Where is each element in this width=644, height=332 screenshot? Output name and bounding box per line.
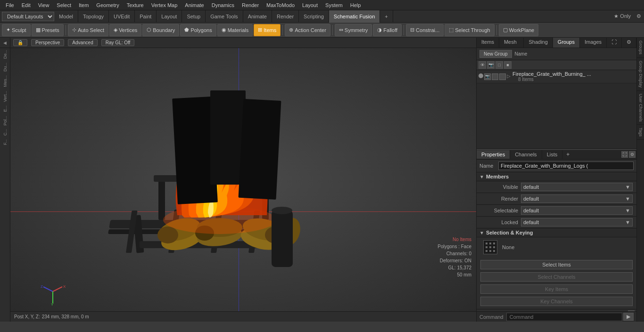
group-item[interactable]: 📷 ▷ Fireplace_Grate_with_Burning_ ... 8 … xyxy=(477,70,636,83)
menu-render[interactable]: Render xyxy=(238,1,263,9)
tab-items[interactable]: Items xyxy=(477,38,499,48)
tab-shading[interactable]: Shading xyxy=(524,38,553,48)
tab-setup[interactable]: Setup xyxy=(182,10,206,23)
right-label-user-channels[interactable]: User Channels xyxy=(637,91,644,125)
props-tab-properties[interactable]: Properties xyxy=(477,150,510,159)
star-only-button[interactable]: ★ Only xyxy=(611,12,634,20)
workplane-button[interactable]: ▢ WorkPlane xyxy=(499,24,539,36)
select-channels-button[interactable]: Select Channels xyxy=(480,272,633,282)
constraints-button[interactable]: ⊟ Constrai... xyxy=(406,24,444,36)
tab-layout[interactable]: Layout xyxy=(157,10,182,23)
left-tool-5[interactable]: E... xyxy=(2,104,8,114)
symmetry-button[interactable]: ⇔ Symmetry xyxy=(335,24,372,36)
viewport-canvas[interactable]: ↻ ↔ ⊕ ⬜ ⛶ ⛶ xyxy=(10,48,476,311)
menu-file[interactable]: File xyxy=(2,1,18,9)
layout-dropdown[interactable]: Default Layouts xyxy=(2,12,54,21)
tab-animate[interactable]: Animate xyxy=(243,10,272,23)
menu-item[interactable]: Item xyxy=(75,1,92,9)
menu-texture[interactable]: Texture xyxy=(123,1,148,9)
group-item-eye[interactable] xyxy=(479,73,483,78)
tab-model[interactable]: Model xyxy=(54,10,78,23)
group-item-sq2[interactable] xyxy=(499,73,506,80)
tab-images[interactable]: Images xyxy=(580,38,607,48)
left-tool-3[interactable]: Mes... xyxy=(2,73,8,89)
command-input[interactable] xyxy=(506,313,622,321)
tab-groups[interactable]: Groups xyxy=(553,38,580,48)
tab-mesh[interactable]: Mesh ... xyxy=(499,38,524,48)
auto-select-button[interactable]: ⊹ Auto Select xyxy=(68,24,108,36)
menu-geometry[interactable]: Geometry xyxy=(92,1,123,9)
menu-dynamics[interactable]: Dynamics xyxy=(208,1,238,9)
polygons-button[interactable]: ⬟ Polygons xyxy=(180,24,216,36)
tab-paint[interactable]: Paint xyxy=(135,10,157,23)
tab-schematic-fusion[interactable]: Schematic Fusion xyxy=(329,10,380,23)
visible-select[interactable]: default ▼ xyxy=(521,183,633,191)
viewport-shading-button[interactable]: Advanced xyxy=(68,39,97,46)
boundary-button[interactable]: ⬡ Boundary xyxy=(142,24,179,36)
select-items-button[interactable]: Select Items xyxy=(480,260,633,269)
props-expand-btn-1[interactable]: ⛶ xyxy=(621,151,628,158)
locked-select[interactable]: default ▼ xyxy=(521,218,633,227)
group-item-sq1[interactable] xyxy=(492,73,498,80)
left-tool-1[interactable]: De... xyxy=(2,48,8,61)
tab-uvedit[interactable]: UVEdit xyxy=(109,10,135,23)
right-label-tags[interactable]: Tags xyxy=(637,125,644,140)
left-tool-6[interactable]: Pol... xyxy=(2,114,8,128)
right-settings-button[interactable]: ⚙ xyxy=(622,38,636,48)
menu-view[interactable]: View xyxy=(34,1,53,9)
left-tool-4[interactable]: Vert... xyxy=(2,89,8,104)
props-tab-channels[interactable]: Channels xyxy=(510,150,542,159)
group-cam-icon[interactable]: 📷 xyxy=(487,61,495,69)
members-section-header[interactable]: ▼ Members xyxy=(477,172,636,181)
vertices-button[interactable]: ◈ Vertices xyxy=(109,24,141,36)
add-layout-button[interactable]: + xyxy=(380,10,393,23)
menu-maxtomodo[interactable]: MaxToModo xyxy=(263,1,298,9)
menu-edit[interactable]: Edit xyxy=(18,1,34,9)
tab-gametools[interactable]: Game Tools xyxy=(206,10,243,23)
name-input[interactable] xyxy=(498,162,634,170)
tab-render[interactable]: Render xyxy=(272,10,299,23)
menu-select[interactable]: Select xyxy=(53,1,75,9)
action-center-button[interactable]: ⊕ Action Center xyxy=(285,24,330,36)
tab-scripting[interactable]: Scripting xyxy=(299,10,329,23)
viewport-mode-button[interactable]: Perspective xyxy=(31,39,64,46)
render-select[interactable]: default ▼ xyxy=(521,194,633,203)
left-tool-7[interactable]: C... xyxy=(2,127,8,138)
materials-button[interactable]: ◉ Materials xyxy=(217,24,253,36)
group-sq2-icon[interactable]: ■ xyxy=(504,61,512,69)
falloff-button[interactable]: ◑ Falloff xyxy=(373,24,402,36)
presets-button[interactable]: ▦ Presets xyxy=(32,24,64,36)
sculpt-button[interactable]: ✦ Sculpt xyxy=(2,24,31,36)
props-expand-btn-2[interactable]: ⚙ xyxy=(629,151,636,158)
left-tool-2[interactable]: Du... xyxy=(2,61,8,73)
selectable-select[interactable]: default ▼ xyxy=(521,206,633,215)
expand-right-button[interactable]: ⛶ xyxy=(607,38,622,48)
left-tool-8[interactable]: F... xyxy=(2,138,8,147)
group-item-cam[interactable]: 📷 xyxy=(484,73,491,80)
command-label: Command xyxy=(479,314,504,320)
new-group-button[interactable]: New Group xyxy=(479,50,512,58)
size-info: 50 mm xyxy=(438,271,471,278)
key-items-button[interactable]: Key Items xyxy=(480,284,633,294)
group-sq1-icon[interactable]: □ xyxy=(495,61,503,69)
lock-icon[interactable]: 🔒 xyxy=(13,39,27,46)
props-tab-add[interactable]: + xyxy=(562,150,573,159)
ray-gl-button[interactable]: Ray GL: Off xyxy=(101,39,135,46)
group-eye-icon[interactable]: 👁 xyxy=(479,61,486,69)
tab-topology[interactable]: Topology xyxy=(78,10,109,23)
menu-help[interactable]: Help xyxy=(347,1,365,9)
selection-section-header[interactable]: ▼ Selection & Keying xyxy=(477,228,636,237)
command-submit-button[interactable]: ▶ xyxy=(623,313,634,321)
props-tab-lists[interactable]: Lists xyxy=(542,150,563,159)
left-toggle[interactable]: ◀ xyxy=(0,38,10,48)
menu-vertexmap[interactable]: Vertex Map xyxy=(148,1,182,9)
menu-animate[interactable]: Animate xyxy=(181,1,207,9)
right-label-group-display[interactable]: Group Display xyxy=(637,58,644,91)
key-channels-button[interactable]: Key Channels xyxy=(480,297,633,306)
settings-icon[interactable]: ⚙ xyxy=(634,12,644,20)
menu-system[interactable]: System xyxy=(322,1,347,9)
menu-layout[interactable]: Layout xyxy=(298,1,322,9)
items-button[interactable]: ⊞ Items xyxy=(254,24,281,36)
right-label-groups[interactable]: Groups xyxy=(637,38,644,58)
select-through-button[interactable]: ⬚ Select Through xyxy=(445,24,494,36)
